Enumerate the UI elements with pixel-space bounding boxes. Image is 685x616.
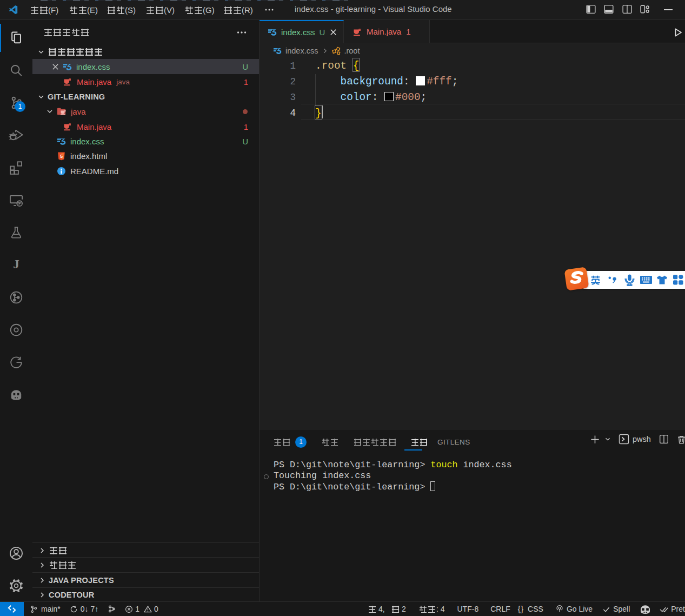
svg-text:5: 5	[60, 153, 63, 158]
